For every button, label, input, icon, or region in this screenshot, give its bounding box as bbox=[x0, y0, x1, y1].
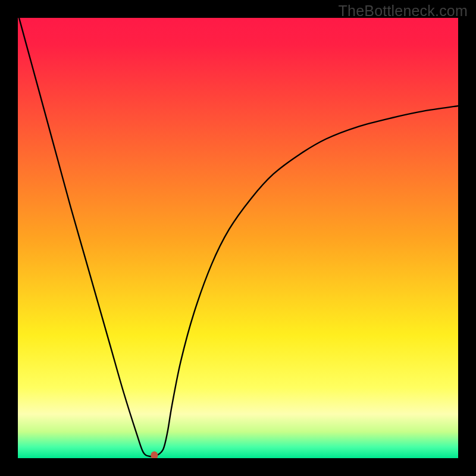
bottleneck-chart bbox=[18, 18, 458, 458]
chart-frame: TheBottleneck.com bbox=[0, 0, 476, 476]
plot-area bbox=[18, 18, 458, 458]
gradient-background bbox=[18, 18, 458, 458]
watermark-text: TheBottleneck.com bbox=[339, 2, 468, 20]
